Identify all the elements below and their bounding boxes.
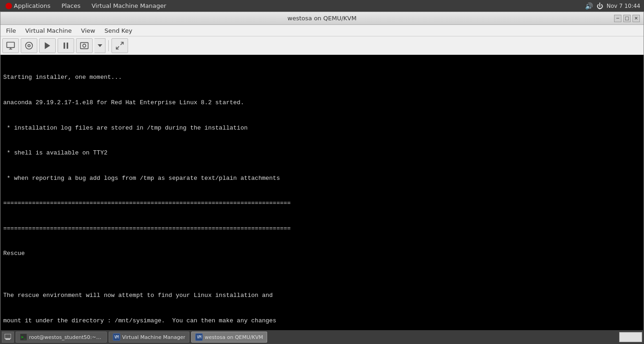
screenshot-button[interactable] xyxy=(76,38,93,53)
toolbar xyxy=(0,36,644,55)
screenshot-dropdown[interactable] xyxy=(94,38,105,53)
minimize-button[interactable]: ─ xyxy=(614,15,621,22)
qemu-taskbar-icon: VM xyxy=(195,333,203,341)
red-dot-icon xyxy=(6,3,12,9)
toolbar-separator xyxy=(108,40,109,51)
play-button[interactable] xyxy=(39,38,56,53)
applications-menu[interactable]: Applications xyxy=(4,1,52,10)
media-button[interactable] xyxy=(21,38,37,53)
taskbar-notification-area xyxy=(619,332,642,342)
taskbar-right xyxy=(619,332,642,342)
desktop-icon xyxy=(5,334,11,340)
vmm-menu[interactable]: Virtual Machine Manager xyxy=(90,1,168,10)
title-bar-controls: ─ □ ✕ xyxy=(614,15,640,22)
svg-marker-10 xyxy=(98,44,102,47)
terminal-line: * installation log files are stored in /… xyxy=(3,124,641,132)
svg-rect-7 xyxy=(67,42,68,48)
file-menu[interactable]: File xyxy=(2,26,20,35)
play-icon xyxy=(43,41,52,50)
terminal-line: ========================================… xyxy=(3,225,641,233)
taskbar-item-label: Virtual Machine Manager xyxy=(122,334,185,340)
svg-point-4 xyxy=(28,44,30,47)
svg-rect-6 xyxy=(64,42,65,48)
taskbar-item-qemu[interactable]: VM westosa on QEMU/KVM xyxy=(191,332,267,343)
power-icon[interactable]: ⏻ xyxy=(597,2,603,10)
pause-button[interactable] xyxy=(58,38,74,53)
taskbar-item-terminal[interactable]: >_ root@westos_student50:~/Desktop xyxy=(16,332,107,343)
taskbar-show-desktop[interactable] xyxy=(2,332,14,343)
system-bar-left: Applications Places Virtual Machine Mana… xyxy=(4,1,578,10)
dropdown-arrow-icon xyxy=(98,44,102,47)
taskbar-item-label: root@westos_student50:~/Desktop xyxy=(29,334,103,340)
terminal-line: The rescue environment will now attempt … xyxy=(3,291,641,300)
terminal-line: * when reporting a bug add logs from /tm… xyxy=(3,174,641,183)
taskbar: >_ root@westos_student50:~/Desktop VM Vi… xyxy=(0,330,644,344)
maximize-button[interactable]: □ xyxy=(623,15,631,22)
pause-icon xyxy=(61,41,70,50)
virtual-machine-menu[interactable]: Virtual Machine xyxy=(22,26,76,35)
terminal-line: ========================================… xyxy=(3,199,641,208)
svg-rect-0 xyxy=(7,42,15,47)
svg-point-9 xyxy=(83,44,86,47)
power-screen-button[interactable] xyxy=(2,38,19,53)
svg-rect-13 xyxy=(5,334,11,338)
terminal-line: * shell is available on TTY2 xyxy=(3,149,641,157)
terminal-area[interactable]: Starting installer, one moment... anacon… xyxy=(0,55,644,331)
svg-rect-14 xyxy=(6,339,10,340)
svg-point-3 xyxy=(26,42,33,49)
fullscreen-button[interactable] xyxy=(111,38,128,53)
taskbar-item-label: westosa on QEMU/KVM xyxy=(205,334,263,340)
terminal-line: Rescue xyxy=(3,249,641,258)
media-icon xyxy=(24,41,34,50)
svg-marker-5 xyxy=(45,42,50,49)
fullscreen-icon xyxy=(115,41,124,50)
title-bar: westosa on QEMU/KVM ─ □ ✕ xyxy=(0,12,644,25)
window-title: westosa on QEMU/KVM xyxy=(287,15,357,22)
taskbar-item-vmm[interactable]: VM Virtual Machine Manager xyxy=(109,332,189,343)
places-menu[interactable]: Places xyxy=(59,1,82,10)
screenshot-icon xyxy=(80,41,89,50)
menu-bar: File Virtual Machine View Send Key xyxy=(0,25,644,36)
system-bar: Applications Places Virtual Machine Mana… xyxy=(0,0,644,12)
terminal-taskbar-icon: >_ xyxy=(20,333,27,341)
svg-line-11 xyxy=(121,42,123,45)
svg-rect-8 xyxy=(81,42,88,48)
terminal-line: mount it under the directory : /mnt/sysi… xyxy=(3,317,641,325)
view-menu[interactable]: View xyxy=(77,26,99,35)
speaker-icon: 🔊 xyxy=(585,2,593,10)
power-screen-icon xyxy=(6,41,15,50)
vmm-taskbar-icon: VM xyxy=(113,333,120,341)
terminal-line: Starting installer, one moment... xyxy=(3,73,641,82)
terminal-line: anaconda 29.19.2.17-1.el8 for Red Hat En… xyxy=(3,99,641,107)
vm-window: westosa on QEMU/KVM ─ □ ✕ File Virtual M… xyxy=(0,12,644,331)
send-key-menu[interactable]: Send Key xyxy=(101,26,136,35)
system-bar-right: 🔊 ⏻ Nov 7 10:44 xyxy=(585,2,640,10)
svg-line-12 xyxy=(117,46,119,49)
datetime: Nov 7 10:44 xyxy=(607,3,640,9)
close-button[interactable]: ✕ xyxy=(632,15,640,22)
